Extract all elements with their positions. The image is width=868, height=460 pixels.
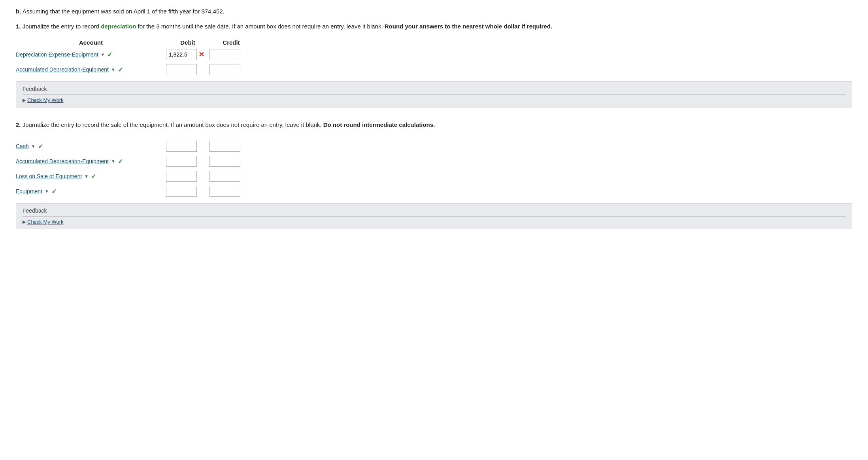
dropdown-arrow-q2-2[interactable]: ▼ (111, 159, 115, 164)
q2-number: 2. (16, 121, 21, 128)
credit-cell-1 (209, 49, 253, 60)
credit-cell-q2-2 (209, 156, 253, 167)
journal-2-row-1: Cash ▼ ✓ (16, 141, 852, 152)
check-mark-1: ✓ (107, 51, 112, 58)
q2-text: Journalize the entry to record the sale … (23, 121, 435, 128)
feedback-label-1: Feedback (23, 86, 845, 92)
check-my-work-2[interactable]: ▶ Check My Work (23, 219, 845, 225)
check-mark-q2-2: ✓ (118, 158, 123, 165)
account-link-equipment[interactable]: Equipment (16, 188, 42, 194)
feedback-divider-2 (23, 216, 845, 217)
journal-1-row-1: Depreciation Expense-Equipment ▼ ✓ ✕ (16, 49, 852, 60)
feedback-section-2: Feedback ▶ Check My Work (16, 203, 852, 229)
question-2-text: 2. Journalize the entry to record the sa… (16, 120, 852, 130)
account-link-loss[interactable]: Loss on Sale of Equipment (16, 173, 82, 179)
journal-2-row-3: Loss on Sale of Equipment ▼ ✓ (16, 171, 852, 182)
dropdown-arrow-q2-1[interactable]: ▼ (31, 144, 36, 149)
q1-number: 1. (16, 23, 21, 30)
account-link-dep-expense[interactable]: Depreciation Expense-Equipment (16, 51, 98, 58)
cmw-label-1[interactable]: Check My Work (27, 97, 64, 103)
cmw-arrow-2: ▶ (23, 219, 26, 224)
check-mark-q2-4: ✓ (51, 188, 57, 195)
question-1-text: 1. Journalize the entry to record deprec… (16, 22, 852, 31)
debit-cell-q2-2 (166, 156, 209, 167)
debit-input-q2-1[interactable] (166, 141, 197, 152)
spacer-q2 (16, 136, 852, 141)
account-cell-1: Depreciation Expense-Equipment ▼ ✓ (16, 51, 166, 58)
debit-cell-q2-4 (166, 186, 209, 197)
q1-highlight: depreciation (101, 23, 136, 30)
feedback-section-1: Feedback ▶ Check My Work (16, 81, 852, 107)
debit-cell-q2-1 (166, 141, 209, 152)
dropdown-arrow-2[interactable]: ▼ (111, 67, 115, 72)
dropdown-arrow-q2-3[interactable]: ▼ (84, 174, 89, 179)
question-2: 2. Journalize the entry to record the sa… (16, 120, 852, 229)
q1-text-start: Journalize the entry to record (23, 23, 101, 30)
credit-cell-2 (209, 64, 253, 75)
account-cell-q2-2: Accumulated Depreciation-Equipment ▼ ✓ (16, 158, 166, 165)
credit-cell-q2-4 (209, 186, 253, 197)
debit-input-2[interactable] (166, 64, 197, 75)
credit-input-1[interactable] (209, 49, 240, 60)
debit-input-1[interactable] (166, 49, 197, 60)
question-1: 1. Journalize the entry to record deprec… (16, 22, 852, 107)
account-cell-q2-1: Cash ▼ ✓ (16, 143, 166, 150)
debit-cell-q2-3 (166, 171, 209, 182)
header-account: Account (16, 39, 166, 46)
account-link-cash[interactable]: Cash (16, 143, 29, 149)
debit-input-q2-3[interactable] (166, 171, 197, 182)
debit-cell-1: ✕ (166, 49, 209, 60)
debit-input-q2-2[interactable] (166, 156, 197, 167)
part-b-label: b. (16, 8, 21, 15)
account-link-acc-dep-q2[interactable]: Accumulated Depreciation-Equipment (16, 158, 109, 164)
credit-input-q2-4[interactable] (209, 186, 240, 197)
part-b-statement: b. Assuming that the equipment was sold … (16, 8, 852, 15)
q1-text-end: for the 3 months until the sale date. If… (138, 23, 552, 30)
dropdown-arrow-1[interactable]: ▼ (101, 52, 105, 57)
credit-cell-q2-3 (209, 171, 253, 182)
part-b-text: Assuming that the equipment was sold on … (23, 8, 225, 15)
check-mark-2: ✓ (118, 66, 123, 74)
feedback-label-2: Feedback (23, 207, 845, 214)
credit-input-q2-1[interactable] (209, 141, 240, 152)
journal-2-row-4: Equipment ▼ ✓ (16, 186, 852, 197)
error-mark-1: ✕ (198, 50, 204, 59)
dropdown-arrow-q2-4[interactable]: ▼ (45, 189, 49, 194)
account-cell-q2-4: Equipment ▼ ✓ (16, 188, 166, 195)
credit-input-q2-2[interactable] (209, 156, 240, 167)
account-link-acc-dep[interactable]: Accumulated Depreciation-Equipment (16, 66, 109, 73)
header-debit: Debit (166, 39, 209, 46)
check-mark-q2-3: ✓ (91, 173, 96, 180)
credit-cell-q2-1 (209, 141, 253, 152)
credit-input-2[interactable] (209, 64, 240, 75)
cmw-arrow-1: ▶ (23, 98, 26, 103)
check-my-work-1[interactable]: ▶ Check My Work (23, 97, 845, 103)
debit-cell-2 (166, 64, 209, 75)
header-credit: Credit (209, 39, 253, 46)
check-mark-q2-1: ✓ (38, 143, 43, 150)
journal-1-row-2: Accumulated Depreciation-Equipment ▼ ✓ (16, 64, 852, 75)
cmw-label-2[interactable]: Check My Work (27, 219, 64, 225)
account-cell-q2-3: Loss on Sale of Equipment ▼ ✓ (16, 173, 166, 180)
debit-input-q2-4[interactable] (166, 186, 197, 197)
journal-2-row-2: Accumulated Depreciation-Equipment ▼ ✓ (16, 156, 852, 167)
credit-input-q2-3[interactable] (209, 171, 240, 182)
feedback-divider-1 (23, 94, 845, 95)
journal-1-header: Account Debit Credit (16, 38, 852, 49)
account-cell-2: Accumulated Depreciation-Equipment ▼ ✓ (16, 66, 166, 74)
